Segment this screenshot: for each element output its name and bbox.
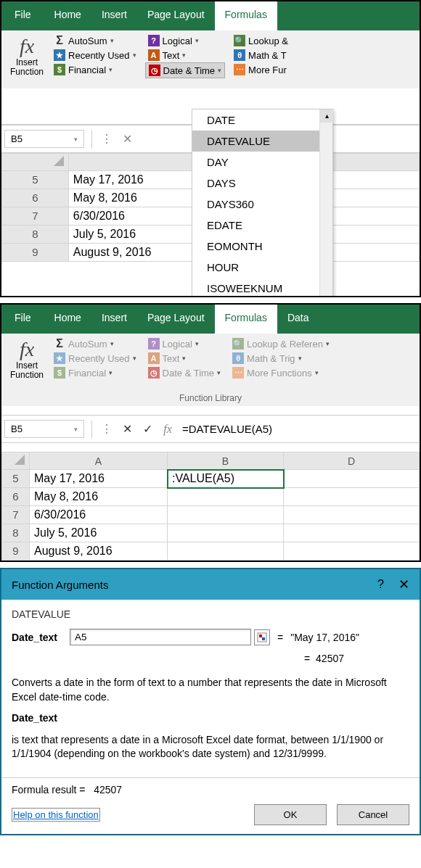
spreadsheet-grid[interactable]: A B D 5May 17, 2016:VALUE(A5) 6May 8, 20… [1, 452, 420, 561]
date-text-input[interactable] [70, 629, 251, 645]
chevron-down-icon[interactable]: ▾ [74, 426, 78, 433]
range-picker-button[interactable] [254, 629, 270, 645]
tab-home[interactable]: Home [44, 305, 91, 334]
more-functions-button[interactable]: ⋯More Fur [231, 62, 291, 77]
formula-cancel-button[interactable]: ✕ [117, 131, 137, 147]
dropdown-item[interactable]: DAY [192, 152, 332, 173]
cell[interactable] [284, 524, 420, 542]
date-time-button[interactable]: ◷Date & Time▾ [145, 62, 226, 78]
dropdown-item[interactable]: EDATE [192, 215, 332, 236]
math-button[interactable]: θMath & T [231, 48, 291, 62]
lookup-button[interactable]: 🔍Lookup & [231, 33, 291, 48]
dropdown-item[interactable]: HOUR [192, 257, 332, 278]
tab-formulas[interactable]: Formulas [215, 305, 277, 334]
logical-icon: ? [148, 35, 160, 46]
cell[interactable]: 6/30/2016 [30, 506, 168, 524]
more-label: More Fur [248, 65, 287, 75]
tab-file[interactable]: File [1, 305, 44, 334]
tab-page-layout[interactable]: Page Layout [137, 305, 215, 334]
help-on-function-link[interactable]: Help on this function [12, 808, 100, 822]
cell[interactable] [168, 524, 284, 542]
col-header-a[interactable]: A [30, 452, 168, 470]
caret-icon: ▾ [110, 340, 114, 347]
logical-button[interactable]: ?Logical▾ [145, 33, 226, 48]
row-header[interactable]: 8 [2, 524, 30, 542]
caret-icon: ▾ [182, 355, 186, 362]
more-functions-button[interactable]: ⋯More Functions▾ [229, 365, 332, 380]
tab-home[interactable]: Home [44, 1, 91, 30]
select-all-corner[interactable] [2, 452, 30, 470]
tab-data[interactable]: Data [277, 305, 319, 334]
fx-icon[interactable]: fx [158, 421, 178, 437]
function-library-label: Function Library [1, 392, 420, 406]
math-button[interactable]: θMath & Trig▾ [229, 351, 332, 365]
dropdown-scrollbar[interactable]: ▴ [319, 109, 332, 297]
chevron-down-icon[interactable]: ▾ [74, 136, 78, 143]
row-header[interactable]: 5 [2, 470, 30, 488]
row-header[interactable]: 5 [2, 171, 69, 189]
text-button[interactable]: AText▾ [145, 351, 224, 365]
autosum-button[interactable]: ΣAutoSum▾ [51, 33, 139, 48]
tab-insert[interactable]: Insert [91, 305, 137, 334]
formula-expand-button[interactable]: ⋮ [97, 131, 117, 147]
dialog-titlebar[interactable]: Function Arguments ? ✕ [1, 569, 420, 600]
name-box[interactable]: B5 ▾ [4, 130, 84, 148]
cell[interactable] [284, 470, 420, 488]
recently-used-button[interactable]: ★Recently Used▾ [51, 48, 139, 62]
row-header[interactable]: 6 [2, 488, 30, 506]
select-all-corner[interactable] [2, 154, 69, 171]
recently-used-button[interactable]: ★Recently Used▾ [51, 351, 139, 365]
date-time-button[interactable]: ◷Date & Time▾ [145, 365, 224, 380]
cell-active[interactable]: :VALUE(A5) [168, 470, 284, 488]
cell[interactable] [284, 542, 420, 561]
formula-input[interactable]: =DATEVALUE(A5) [178, 420, 420, 438]
name-box[interactable]: B5 ▾ [4, 420, 84, 438]
lookup-button[interactable]: 🔍Lookup & Referen▾ [229, 336, 332, 351]
financial-button[interactable]: $Financial▾ [51, 62, 139, 77]
scroll-up-icon[interactable]: ▴ [320, 109, 333, 123]
lookup-label: Lookup & Referen [247, 339, 323, 350]
cell[interactable]: August 9, 2016 [30, 542, 168, 561]
cell[interactable] [284, 506, 420, 524]
ok-button[interactable]: OK [254, 804, 327, 825]
tab-page-layout[interactable]: Page Layout [137, 1, 215, 30]
dropdown-item[interactable]: DAYS [192, 173, 332, 194]
dropdown-item[interactable]: DAYS360 [192, 194, 332, 215]
autosum-button[interactable]: ΣAutoSum▾ [51, 336, 139, 351]
row-header[interactable]: 7 [2, 207, 69, 226]
dropdown-item[interactable]: EOMONTH [192, 236, 332, 257]
col-header-b[interactable]: B [168, 452, 284, 470]
cancel-button[interactable]: Cancel [337, 804, 409, 825]
dropdown-item[interactable]: DATEVALUE [192, 131, 332, 152]
cell[interactable] [168, 542, 284, 561]
clock-icon: ◷ [149, 65, 160, 76]
logical-button[interactable]: ?Logical▾ [145, 336, 224, 351]
cell[interactable]: May 8, 2016 [30, 488, 168, 506]
formula-result-value: 42507 [94, 784, 122, 795]
text-button[interactable]: AText▾ [145, 48, 226, 62]
tab-file[interactable]: File [1, 1, 44, 30]
row-header[interactable]: 7 [2, 506, 30, 524]
financial-button[interactable]: $Financial▾ [51, 365, 139, 380]
dropdown-item[interactable]: ISOWEEKNUM [192, 278, 332, 297]
cell[interactable] [284, 488, 420, 506]
formula-enter-button[interactable]: ✓ [137, 421, 158, 437]
col-header-d[interactable]: D [284, 452, 420, 470]
insert-function-button[interactable]: fx Insert Function [6, 336, 48, 390]
dropdown-item[interactable]: DATE [192, 109, 332, 131]
tab-insert[interactable]: Insert [91, 1, 137, 30]
cell[interactable] [168, 488, 284, 506]
row-header[interactable]: 9 [2, 244, 69, 262]
row-header[interactable]: 9 [2, 542, 30, 561]
close-icon[interactable]: ✕ [398, 576, 409, 592]
cell[interactable] [168, 506, 284, 524]
formula-expand-button[interactable]: ⋮ [97, 421, 117, 437]
help-icon[interactable]: ? [377, 578, 384, 591]
cell[interactable]: July 5, 2016 [30, 524, 168, 542]
formula-cancel-button[interactable]: ✕ [117, 421, 137, 437]
insert-function-button[interactable]: fx Insert Function [6, 33, 48, 87]
tab-formulas[interactable]: Formulas [215, 1, 277, 30]
cell[interactable]: May 17, 2016 [30, 470, 168, 488]
row-header[interactable]: 6 [2, 189, 69, 207]
row-header[interactable]: 8 [2, 226, 69, 244]
